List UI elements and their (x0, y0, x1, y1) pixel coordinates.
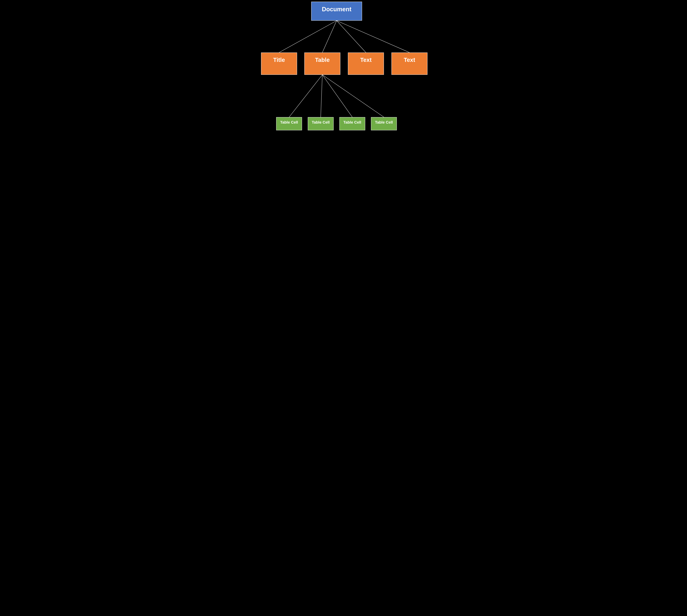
node-text-1-label: Text (360, 57, 371, 63)
edge-root-table (322, 21, 337, 52)
node-table-cell-1-label: Table Cell (280, 120, 298, 125)
edge-root-text1 (337, 21, 366, 52)
edge-table-cell3 (322, 75, 352, 117)
node-text-2-label: Text (404, 57, 415, 63)
node-table-cell-2-label: Table Cell (312, 120, 329, 125)
node-title: Title (261, 52, 297, 75)
node-text-2: Text (391, 52, 428, 75)
node-table-label: Table (315, 57, 330, 63)
node-text-1: Text (348, 52, 384, 75)
edge-table-cell4 (322, 75, 384, 117)
node-document-label: Document (322, 6, 351, 13)
node-table-cell-3-label: Table Cell (343, 120, 361, 125)
node-title-label: Title (273, 57, 285, 63)
node-table: Table (304, 52, 340, 75)
edge-root-title (279, 21, 337, 52)
edge-table-cell2 (321, 75, 322, 117)
node-table-cell-1: Table Cell (276, 117, 302, 130)
diagram-canvas: Document Title Table Text Text Table Cel… (260, 0, 427, 132)
edge-root-text2 (337, 21, 409, 52)
node-document: Document (311, 2, 362, 21)
node-table-cell-4: Table Cell (371, 117, 397, 130)
node-table-cell-4-label: Table Cell (375, 120, 393, 125)
edge-table-cell1 (289, 75, 322, 117)
node-table-cell-2: Table Cell (308, 117, 334, 130)
node-table-cell-3: Table Cell (339, 117, 365, 130)
